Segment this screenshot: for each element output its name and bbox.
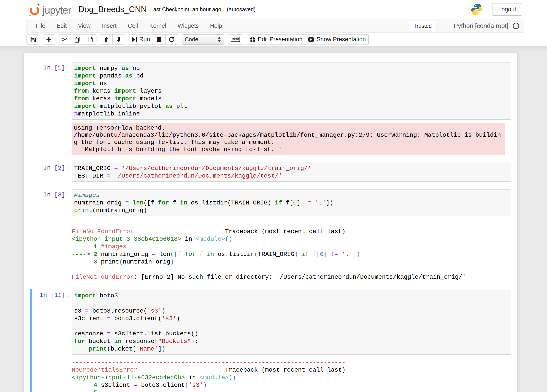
interrupt-kernel-button[interactable] <box>153 34 165 45</box>
stop-icon <box>157 37 162 42</box>
code-line <box>74 322 509 330</box>
move-up-icon <box>103 36 109 43</box>
output-prompt <box>30 358 72 392</box>
notebook-site: In [1]:import numpy as npimport pandas a… <box>0 47 547 392</box>
cell-type-select[interactable]: Code <box>182 34 224 45</box>
gift-icon <box>250 36 256 43</box>
keyboard-icon: ⌨ <box>231 36 240 43</box>
error-traceback: ----------------------------------------… <box>72 358 511 392</box>
code-input-area[interactable]: #imagesnumtrain_orig = len([f for f in o… <box>72 189 511 216</box>
output-prompt <box>30 219 72 281</box>
notebook-container: In [1]:import numpy as npimport pandas a… <box>24 53 517 392</box>
paste-icon <box>87 36 93 43</box>
move-cell-down-button[interactable] <box>113 34 125 45</box>
menu-help[interactable]: Help <box>205 19 228 33</box>
code-line: 3 print(numtrain_orig) <box>72 258 511 266</box>
input-prompt: In [11]: <box>30 290 72 355</box>
input-prompt: In [3]: <box>30 189 72 216</box>
code-line: 1 #images <box>72 243 511 251</box>
kernel-idle-icon <box>512 22 520 30</box>
code-line: import pandas as pd <box>74 72 509 80</box>
paste-cell-button[interactable] <box>84 34 96 45</box>
menubar-strip: File Edit View Insert Cell Kernel Widget… <box>0 19 547 33</box>
play-icon <box>308 36 314 43</box>
kernel-name: Python [conda root] <box>454 22 509 30</box>
code-line: print(numtrain_orig) <box>74 207 509 214</box>
copy-cell-button[interactable] <box>71 34 84 45</box>
chevron-up-down-icon <box>218 37 221 42</box>
code-line: import numpy as np <box>74 65 509 72</box>
code-cell[interactable]: In [2]:TRAIN_ORIG = '/Users/catherineord… <box>30 163 511 182</box>
menu-kernel[interactable]: Kernel <box>144 19 172 33</box>
code-line: FileNotFoundError Traceback (most recent… <box>72 228 511 235</box>
code-line: import matplotlib.pyplot as plt <box>74 102 509 110</box>
show-presentation-label: Show Presentation <box>316 36 366 43</box>
menu-insert[interactable]: Insert <box>96 19 122 33</box>
autosave-status: (autosaved) <box>227 6 255 13</box>
run-button-label: Run <box>139 36 150 43</box>
move-cell-up-button[interactable] <box>100 34 113 45</box>
toolbar: ✂ <box>0 33 547 47</box>
menu-edit[interactable]: Edit <box>51 19 73 33</box>
code-line: %matplotlib inline <box>74 110 509 118</box>
cut-cell-button[interactable]: ✂ <box>59 34 71 45</box>
menu-cell[interactable]: Cell <box>122 19 144 33</box>
run-cell-button[interactable]: Run <box>129 34 153 45</box>
output-prompt <box>30 123 72 155</box>
code-cell[interactable]: In [11]:import boto3s3 = boto3.resource(… <box>30 289 511 392</box>
code-line: <ipython-input-3-38cb40106618> in <modul… <box>72 235 511 243</box>
jupyter-logo-text: jupyter <box>43 4 71 16</box>
code-line <box>74 299 509 307</box>
code-line: ----------------------------------------… <box>72 220 511 228</box>
code-line: numtrain_orig = len([f for f in os.listd… <box>74 199 509 207</box>
code-line: #images <box>74 192 509 199</box>
menu-view[interactable]: View <box>72 19 96 33</box>
code-line: s3client = boto3.client('s3') <box>74 315 509 322</box>
code-input-area[interactable]: import numpy as npimport pandas as pdimp… <box>72 62 511 120</box>
menubar: File Edit View Insert Cell Kernel Widget… <box>27 19 524 33</box>
code-cell[interactable]: In [3]:#imagesnumtrain_orig = len([f for… <box>30 189 511 281</box>
code-cell[interactable]: In [1]:import numpy as npimport pandas a… <box>30 62 511 155</box>
code-line: NoCredentialsError Traceback (most recen… <box>72 366 511 374</box>
jupyter-logo[interactable]: jupyter <box>28 3 71 16</box>
trusted-badge[interactable]: Trusted <box>409 21 437 31</box>
edit-presentation-button[interactable]: Edit Presentation <box>247 34 305 45</box>
cell-type-value: Code <box>185 36 198 43</box>
restart-kernel-icon <box>168 36 175 43</box>
show-presentation-button[interactable]: Show Presentation <box>305 34 369 45</box>
cut-icon: ✂ <box>62 36 68 43</box>
code-line: TEST_DIR = '/Users/catherineordun/Docume… <box>74 172 509 180</box>
code-line: print(bucket['Name']) <box>74 345 509 353</box>
move-down-icon <box>116 36 122 43</box>
menu-file[interactable]: File <box>30 19 51 33</box>
code-line: import boto3 <box>74 292 509 299</box>
code-line: <ipython-input-11-a632ecb4ec0b> in <modu… <box>72 374 511 381</box>
jupyter-logo-icon <box>28 3 41 16</box>
code-line <box>72 266 511 273</box>
restart-kernel-button[interactable] <box>165 34 178 45</box>
python-logo-icon <box>471 3 483 16</box>
code-line: response = s3client.list_buckets() <box>74 330 509 338</box>
logout-button[interactable]: Logout <box>492 3 522 16</box>
code-line: FileNotFoundError: [Errno 2] No such fil… <box>72 273 511 281</box>
menu-widgets[interactable]: Widgets <box>172 19 205 33</box>
add-cell-button[interactable] <box>43 34 55 45</box>
command-palette-button[interactable]: ⌨ <box>228 34 243 45</box>
code-line: from keras import models <box>74 95 509 102</box>
save-icon <box>29 36 36 43</box>
code-line: TRAIN_ORIG = '/Users/catherineordun/Docu… <box>74 165 509 172</box>
save-button[interactable] <box>27 34 39 45</box>
code-line: ----> 2 numtrain_orig = len([f for f in … <box>72 251 511 258</box>
code-input-area[interactable]: TRAIN_ORIG = '/Users/catherineordun/Docu… <box>72 163 511 182</box>
notebook-title[interactable]: Dog_Breeds_CNN <box>78 5 147 14</box>
kernel-divider <box>450 21 450 30</box>
copy-icon <box>74 36 81 43</box>
code-line: import os <box>74 80 509 87</box>
add-cell-icon <box>46 36 52 43</box>
code-input-area[interactable]: import boto3s3 = boto3.resource('s3')s3c… <box>72 290 511 355</box>
run-icon <box>131 36 137 43</box>
code-line: ----------------------------------------… <box>72 359 511 366</box>
edit-presentation-label: Edit Presentation <box>258 36 303 43</box>
code-line: 4 s3client = boto3.client('s3') <box>72 381 511 389</box>
code-line: for bucket in response["Buckets"]: <box>74 338 509 345</box>
